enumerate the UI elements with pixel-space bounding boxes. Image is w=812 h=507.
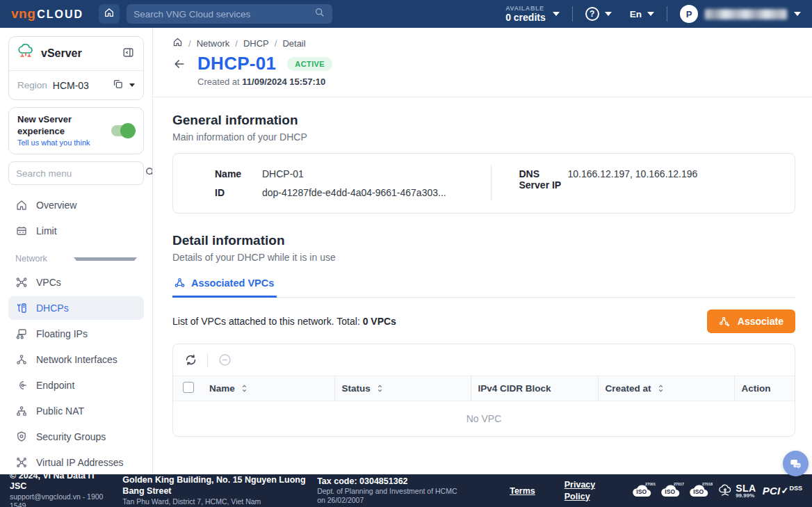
- iso-label: ISO: [693, 488, 704, 495]
- vpc-list-header-row: List of VPCs attached to this network. T…: [172, 309, 795, 333]
- empty-state-text: No VPC: [173, 401, 795, 437]
- column-created-at[interactable]: Created at: [598, 376, 734, 401]
- sidebar-item-label: VPCs: [36, 277, 61, 288]
- name-value: DHCP-01: [262, 168, 474, 179]
- chevron-down-icon: [74, 257, 138, 261]
- region-selector[interactable]: Region HCM-03: [9, 71, 143, 99]
- help-dropdown[interactable]: ?: [585, 7, 612, 21]
- sidebar-item-label: Limit: [36, 225, 57, 236]
- logo-vng-text: vng: [11, 6, 35, 22]
- chat-support-button[interactable]: [783, 451, 809, 476]
- info-column-right: DNS Server IP 10.166.12.197, 10.166.12.1…: [492, 166, 795, 201]
- chevron-down-icon: [605, 12, 612, 16]
- virtual-ip-icon: [15, 456, 28, 469]
- page-body: General information Main information of …: [153, 97, 812, 437]
- navbar-divider: [572, 6, 573, 22]
- iso-27018-badge: ISO 27018: [688, 483, 710, 499]
- terms-link[interactable]: Terms: [510, 486, 535, 496]
- menu-search-input[interactable]: [16, 168, 139, 179]
- user-menu[interactable]: P: [680, 5, 801, 23]
- experience-toggle[interactable]: [111, 125, 135, 136]
- sidebar-item-overview[interactable]: Overview: [8, 193, 144, 217]
- refresh-button[interactable]: [184, 353, 197, 367]
- associate-icon: [719, 316, 731, 328]
- refresh-icon: [184, 353, 197, 367]
- tax-registration: Dept. of Planning and Investment of HCMC…: [317, 487, 466, 505]
- language-dropdown[interactable]: En: [630, 9, 654, 19]
- sidebar-item-label: Endpoint: [36, 380, 74, 391]
- global-search-input[interactable]: [133, 9, 314, 19]
- dns-label: DNS Server IP: [519, 168, 564, 191]
- home-button[interactable]: [99, 4, 120, 24]
- vng-cloud-logo[interactable]: vng CLOUD: [11, 6, 83, 22]
- sidebar-item-vpcs[interactable]: VPCs: [8, 271, 144, 294]
- general-information-section: General information Main information of …: [172, 113, 795, 214]
- back-arrow-icon[interactable]: [172, 57, 186, 71]
- toggle-knob: [120, 123, 136, 138]
- home-icon: [15, 199, 28, 211]
- credits-info: AVAILABLE 0 credits: [505, 5, 546, 23]
- sidebar-item-limit[interactable]: Limit: [8, 219, 144, 243]
- associate-button[interactable]: Associate: [707, 309, 795, 333]
- page-title: DHCP-01: [197, 53, 276, 74]
- copyright-text: © 2024, Vi Na Data IT JSC: [10, 471, 111, 492]
- language-label: En: [630, 9, 642, 19]
- header-checkbox-cell: [173, 376, 202, 401]
- column-status[interactable]: Status: [334, 376, 471, 401]
- sort-icon[interactable]: [376, 384, 384, 393]
- breadcrumb-dhcp[interactable]: DHCP: [243, 38, 269, 49]
- select-all-checkbox[interactable]: [183, 382, 194, 393]
- table-header-row: Name Status IPv4 CIDR Block: [173, 376, 795, 401]
- experience-text: New vServer experience Tell us what you …: [17, 114, 107, 147]
- copy-icon[interactable]: [112, 78, 124, 92]
- id-label: ID: [215, 187, 262, 198]
- breadcrumb: / Network / DHCP / Detail: [172, 37, 795, 49]
- toolbar-divider: [207, 353, 208, 367]
- credits-dropdown[interactable]: AVAILABLE 0 credits: [505, 5, 560, 23]
- breadcrumb-separator: /: [188, 38, 191, 49]
- sort-icon[interactable]: [657, 384, 665, 393]
- sidebar-section-network[interactable]: Network: [8, 248, 144, 269]
- sidebar-item-dhcps[interactable]: DHCPs: [8, 296, 144, 320]
- privacy-policy-link[interactable]: Privacy Policy: [565, 479, 601, 502]
- sidebar-menu: Overview Limit Network VPCs DHCPs Floati…: [8, 193, 144, 474]
- address-line1: Golden King Building, No. 15 Nguyen Luon…: [122, 475, 306, 497]
- footer-tax-col: Tax code: 0304851362 Dept. of Planning a…: [317, 476, 466, 506]
- collapse-panel-icon[interactable]: [122, 46, 135, 62]
- status-badge: ACTIVE: [287, 57, 332, 71]
- sidebar: vServer Region HCM-03 New vServer experi…: [0, 28, 153, 474]
- main-content: / Network / DHCP / Detail DHCP-01 ACTIVE…: [153, 28, 812, 474]
- associate-button-label: Associate: [738, 316, 783, 327]
- detach-button-disabled[interactable]: [218, 353, 232, 367]
- info-column-left: Name DHCP-01 ID dop-41287fde-e4dd-4a04-9…: [173, 166, 491, 201]
- footer-company-col: © 2024, Vi Na Data IT JSC support@vngclo…: [10, 471, 111, 507]
- sidebar-item-label: Security Groups: [36, 431, 106, 442]
- column-name[interactable]: Name: [202, 376, 334, 401]
- vserver-cloud-icon: [17, 44, 34, 63]
- sidebar-item-security-groups[interactable]: Security Groups: [8, 425, 144, 449]
- section-subtitle: Main information of your DHCP: [172, 131, 795, 143]
- sidebar-item-label: DHCPs: [36, 303, 69, 314]
- feedback-link[interactable]: Tell us what you think: [17, 138, 107, 147]
- column-label: Created at: [606, 383, 651, 394]
- name-label: Name: [215, 168, 262, 179]
- sidebar-item-endpoint[interactable]: Endpoint: [8, 373, 144, 397]
- home-icon[interactable]: [172, 37, 183, 49]
- breadcrumb-network[interactable]: Network: [197, 38, 230, 49]
- help-icon: ?: [585, 7, 599, 21]
- sidebar-item-network-interfaces[interactable]: Network Interfaces: [8, 348, 144, 371]
- support-contact: support@vngcloud.vn - 1900 1549: [10, 492, 111, 507]
- certification-badges: ISO 27001 ISO 27017 ISO 27018 SLA 99.99%: [631, 483, 802, 499]
- search-icon: [145, 166, 153, 181]
- column-action: Action: [734, 376, 795, 401]
- table-toolbar: [173, 344, 795, 376]
- column-label: Status: [342, 383, 371, 394]
- sidebar-item-public-nat[interactable]: Public NAT: [8, 399, 144, 423]
- sidebar-item-floating-ips[interactable]: Floating IPs: [8, 322, 144, 346]
- sort-icon[interactable]: [241, 384, 248, 393]
- limit-icon: [15, 225, 28, 237]
- dns-value: 10.166.12.197, 10.166.12.196: [568, 168, 779, 191]
- iso-label: ISO: [636, 488, 647, 495]
- tab-associated-vpcs[interactable]: Associated VPCs: [172, 274, 277, 298]
- footer: © 2024, Vi Na Data IT JSC support@vngclo…: [0, 474, 812, 507]
